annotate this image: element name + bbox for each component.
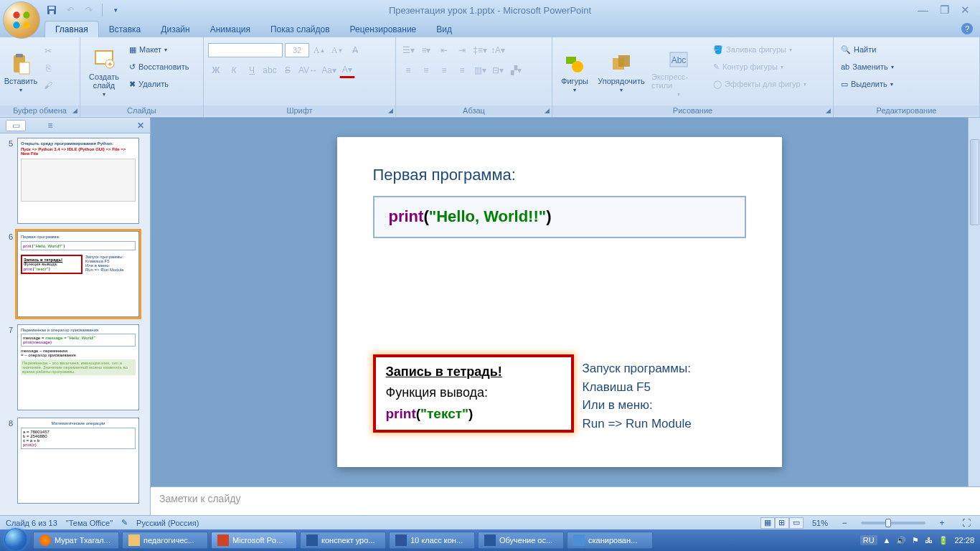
- redo-icon[interactable]: ↷: [82, 3, 96, 17]
- tab-view[interactable]: Вид: [426, 22, 462, 37]
- paste-button[interactable]: Вставить▾: [4, 40, 37, 105]
- strike-icon[interactable]: S: [280, 62, 296, 78]
- tab-design[interactable]: Дизайн: [151, 22, 199, 37]
- grow-font-icon[interactable]: A▲: [311, 42, 327, 58]
- indent-dec-icon[interactable]: ⇤: [436, 42, 452, 58]
- start-button[interactable]: [0, 529, 32, 551]
- taskbar-item[interactable]: Microsoft Po...: [211, 532, 297, 549]
- taskbar-item[interactable]: педагогичес...: [122, 532, 208, 549]
- minimize-button[interactable]: —: [918, 4, 928, 17]
- thumbnail-5[interactable]: 5 Открыть среду программирования Python:…: [3, 138, 147, 224]
- sorter-view-icon[interactable]: ⊞: [775, 517, 789, 529]
- taskbar-item[interactable]: сканирован...: [567, 532, 653, 549]
- line-spacing-icon[interactable]: ‡≡▾: [472, 42, 488, 58]
- font-size-input[interactable]: [285, 43, 309, 57]
- drawing-launcher-icon[interactable]: ◢: [826, 107, 831, 114]
- tab-review[interactable]: Рецензирование: [340, 22, 427, 37]
- restore-button[interactable]: ❐: [940, 4, 949, 17]
- zoom-percent[interactable]: 51%: [812, 519, 828, 527]
- outline-tab-icon[interactable]: ≡: [40, 120, 60, 131]
- bold-icon[interactable]: Ж: [208, 62, 224, 78]
- notes-pane[interactable]: Заметки к слайду: [151, 486, 980, 515]
- new-slide-button[interactable]: ✦ Создать слайд▾: [85, 40, 123, 105]
- arrange-button[interactable]: Упорядочить▾: [595, 40, 647, 105]
- paragraph-launcher-icon[interactable]: ◢: [545, 107, 550, 114]
- taskbar-item[interactable]: Мурат Тхагал...: [33, 532, 119, 549]
- help-icon[interactable]: ?: [961, 23, 973, 34]
- format-painter-icon[interactable]: 🖌: [40, 77, 56, 93]
- battery-icon[interactable]: 🔋: [938, 536, 948, 545]
- select-button[interactable]: ▭Выделить ▾: [838, 76, 975, 92]
- network-icon[interactable]: 🖧: [925, 536, 933, 545]
- indent-inc-icon[interactable]: ⇥: [454, 42, 470, 58]
- fit-to-window-icon[interactable]: ⛶: [958, 515, 974, 531]
- tab-animations[interactable]: Анимация: [200, 22, 260, 37]
- zoom-out-icon[interactable]: −: [837, 515, 852, 531]
- clipboard-launcher-icon[interactable]: ◢: [72, 107, 77, 114]
- taskbar-item[interactable]: Обучение ос...: [478, 532, 564, 549]
- change-case-icon[interactable]: Aa▾: [321, 62, 337, 78]
- font-name-input[interactable]: [208, 43, 283, 57]
- slideshow-view-icon[interactable]: ▭: [789, 517, 804, 529]
- delete-button[interactable]: ✖Удалить: [126, 76, 192, 92]
- find-button[interactable]: 🔍Найти: [838, 42, 975, 57]
- office-button[interactable]: [3, 1, 40, 39]
- tab-insert[interactable]: Вставка: [99, 22, 151, 37]
- scrollbar-thumb[interactable]: [970, 139, 979, 225]
- align-right-icon[interactable]: ≡: [436, 62, 452, 78]
- close-button[interactable]: ✕: [961, 4, 970, 17]
- thumbnail-6[interactable]: 6 Первая программа: print("Hello, World!…: [3, 231, 147, 317]
- columns-icon[interactable]: ▥▾: [472, 62, 488, 78]
- shape-fill-button[interactable]: 🪣Заливка фигуры ▾: [710, 42, 809, 57]
- layout-button[interactable]: ▦Макет ▾: [126, 42, 192, 57]
- bullets-icon[interactable]: ☰▾: [400, 42, 416, 58]
- current-slide[interactable]: Первая программа: print("Hello, World!!"…: [337, 137, 782, 467]
- language-icon[interactable]: RU: [860, 535, 877, 545]
- thumbnail-8[interactable]: 8 Математические операции a = 78001457 b…: [3, 418, 147, 504]
- shape-effects-button[interactable]: ◯Эффекты для фигур ▾: [710, 76, 809, 92]
- reset-button[interactable]: ↺Восстановить: [126, 59, 192, 75]
- underline-icon[interactable]: Ч: [244, 62, 260, 78]
- zoom-slider[interactable]: [861, 522, 925, 524]
- align-text-icon[interactable]: ⊟▾: [490, 62, 506, 78]
- shapes-button[interactable]: Фигуры▾: [557, 40, 593, 105]
- clear-format-icon[interactable]: A̶: [347, 42, 363, 58]
- cut-icon[interactable]: ✂: [40, 43, 56, 59]
- char-spacing-icon[interactable]: AV↔: [298, 62, 319, 78]
- font-launcher-icon[interactable]: ◢: [388, 107, 393, 114]
- slide-canvas[interactable]: Первая программа: print("Hello, World!!"…: [151, 118, 968, 486]
- shape-outline-button[interactable]: ✎Контур фигуры ▾: [710, 59, 809, 75]
- copy-icon[interactable]: ⎘: [40, 60, 56, 76]
- volume-icon[interactable]: 🔊: [896, 536, 906, 545]
- spellcheck-icon[interactable]: ✎: [121, 518, 128, 527]
- tab-slideshow[interactable]: Показ слайдов: [260, 22, 340, 37]
- taskbar-item[interactable]: 10 класс кон...: [389, 532, 475, 549]
- language-indicator[interactable]: Русский (Россия): [136, 519, 199, 527]
- quick-styles-button[interactable]: Abc Экспресс-стили▾: [650, 40, 707, 105]
- font-color-icon[interactable]: A▾: [339, 62, 355, 78]
- tab-home[interactable]: Главная: [44, 21, 99, 37]
- smartart-icon[interactable]: ▞▾: [508, 62, 524, 78]
- qat-customize-icon[interactable]: ▾: [108, 3, 123, 17]
- text-direction-icon[interactable]: ↕A▾: [490, 42, 506, 58]
- slides-tab-icon[interactable]: ▭: [6, 120, 26, 131]
- tray-up-icon[interactable]: ▲: [883, 536, 891, 545]
- justify-icon[interactable]: ≡: [454, 62, 470, 78]
- thumbnail-7[interactable]: 7 Переменная и оператор присваивания mes…: [3, 324, 147, 410]
- numbering-icon[interactable]: ≡▾: [418, 42, 434, 58]
- zoom-in-icon[interactable]: +: [934, 515, 950, 531]
- save-icon[interactable]: [44, 3, 59, 17]
- clock[interactable]: 22:28: [954, 536, 974, 545]
- action-center-icon[interactable]: ⚑: [912, 536, 919, 545]
- vertical-scrollbar[interactable]: [968, 118, 980, 486]
- shrink-font-icon[interactable]: A▼: [329, 42, 345, 58]
- taskbar-item[interactable]: конспект уро...: [300, 532, 386, 549]
- align-center-icon[interactable]: ≡: [418, 62, 434, 78]
- undo-icon[interactable]: ↶: [63, 3, 77, 17]
- shadow-icon[interactable]: abc: [262, 62, 278, 78]
- pane-close-icon[interactable]: ✕: [137, 121, 144, 131]
- normal-view-icon[interactable]: ▦: [760, 517, 775, 529]
- align-left-icon[interactable]: ≡: [400, 62, 416, 78]
- replace-button[interactable]: abЗаменить ▾: [838, 59, 975, 75]
- italic-icon[interactable]: К: [226, 62, 242, 78]
